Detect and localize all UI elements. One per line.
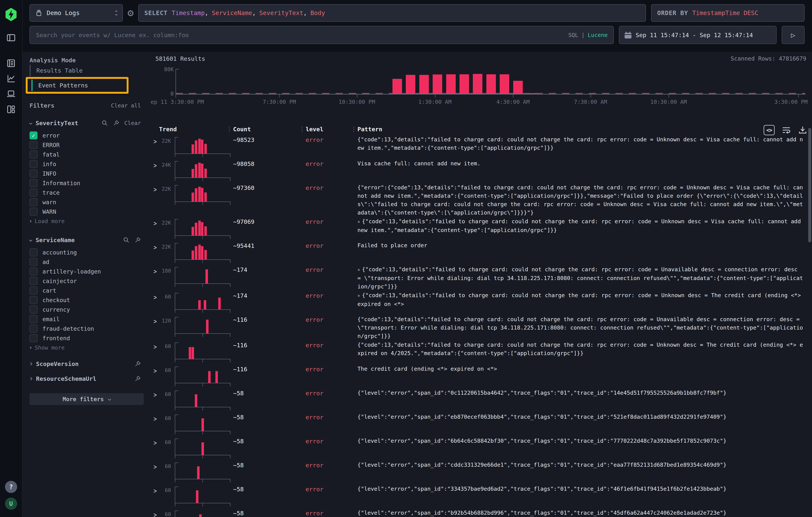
histogram-bar[interactable] (433, 75, 442, 94)
search-icon[interactable] (102, 120, 108, 126)
filter-option-Information[interactable]: Information (30, 178, 150, 188)
filter-option-WARN[interactable]: WARN (30, 207, 150, 217)
filter-option-fatal[interactable]: fatal (30, 150, 150, 159)
row-expander-icon[interactable]: > (153, 317, 157, 325)
pin-icon[interactable] (135, 237, 141, 243)
table-row[interactable]: >24K~98058errorVisa cache full: cannot a… (150, 159, 808, 183)
row-expander-icon[interactable]: > (153, 511, 157, 517)
row-pattern-text[interactable]: ×{"code":13,"details":"failed to charge … (357, 217, 803, 234)
table-row[interactable]: >60~174error×{"code":13,"details":"faile… (150, 291, 808, 315)
row-expander-icon[interactable]: > (153, 415, 157, 423)
mode-lucene[interactable]: Lucene (588, 32, 608, 38)
filter-option-checkout[interactable]: checkout (30, 295, 150, 305)
histogram-bar[interactable] (393, 79, 402, 94)
severity-checkbox[interactable] (30, 179, 37, 187)
row-pattern-text[interactable]: {"code":13,"details":"failed to charge c… (357, 340, 803, 357)
clear-all-button[interactable]: Clear all (111, 102, 141, 109)
histogram-bar[interactable] (486, 74, 496, 94)
row-pattern-text[interactable]: {"level":"error","span_id":"eb870ecef063… (357, 412, 803, 421)
table-row[interactable]: >60~58error{"level":"error","span_id":"0… (150, 388, 808, 412)
table-row[interactable]: >60~58error{"level":"error","span_id":"3… (150, 484, 808, 508)
service-section-header[interactable]: ServiceName (30, 237, 150, 243)
severity-checkbox[interactable] (30, 198, 37, 206)
row-pattern-text[interactable]: {"code":13,"details":"failed to charge c… (357, 135, 803, 152)
wrap-lines-icon[interactable] (782, 125, 791, 135)
resource-schema-url-section[interactable]: ResourceSchemaUrl (30, 375, 150, 382)
row-pattern-text[interactable]: {"level":"error","span_id":"cddc331329e6… (357, 460, 803, 469)
table-row[interactable]: >22K~95441errorFailed to place order (150, 241, 808, 265)
row-expander-icon[interactable]: > (153, 138, 157, 145)
service-checkbox[interactable] (30, 315, 37, 323)
filter-option-fraud-detection[interactable]: fraud-detection (30, 324, 150, 333)
service-checkbox[interactable] (30, 267, 37, 276)
search-input[interactable] (36, 31, 568, 39)
scope-version-section[interactable]: ScopeVersion (30, 361, 150, 367)
histogram-bar[interactable] (460, 74, 469, 94)
table-row[interactable]: >60~58error{"level":"error","span_id":"b… (150, 508, 808, 517)
mode-sql[interactable]: SQL (568, 32, 578, 38)
row-pattern-text[interactable]: {"level":"error","span_id":"6b64c6c58842… (357, 436, 803, 445)
row-expander-icon[interactable]: > (153, 185, 157, 193)
results-histogram[interactable]: 80K 0 Sep 11 3:30:00 PM7:30:00 PM10:30:0… (155, 64, 807, 109)
filter-option-warn[interactable]: warn (30, 197, 150, 207)
run-query-button[interactable]: ▷ (782, 26, 805, 44)
filter-option-accounting[interactable]: accounting (30, 248, 150, 257)
pin-icon[interactable] (113, 120, 119, 126)
pin-icon[interactable] (135, 375, 141, 382)
column-resize-handle[interactable]: ⋮ (299, 125, 305, 133)
chart-explorer-icon[interactable] (6, 74, 16, 83)
column-resize-handle[interactable]: ⋮ (351, 125, 357, 133)
sidebar-toggle-icon[interactable] (6, 33, 16, 43)
search-icon[interactable] (123, 237, 129, 243)
histogram-bar[interactable] (500, 74, 509, 94)
table-row[interactable]: >120~116error{"code":13,"details":"faile… (150, 315, 808, 340)
filter-option-currency[interactable]: currency (30, 305, 150, 314)
source-settings-icon[interactable]: ⚙ (127, 8, 134, 18)
query-language-toggle[interactable]: SQL | Lucene (568, 32, 608, 38)
row-expander-icon[interactable]: > (153, 343, 157, 351)
row-expander-icon[interactable]: > (153, 439, 157, 447)
severity-section-header[interactable]: SeverityText Clear (30, 120, 150, 126)
histogram-bar[interactable] (513, 81, 523, 94)
severity-checkbox[interactable] (30, 160, 37, 168)
service-checkbox[interactable] (30, 249, 37, 256)
help-button[interactable]: ? (5, 481, 17, 493)
row-pattern-text[interactable]: The credit card (ending <*> expired on <… (357, 364, 803, 373)
row-expander-icon[interactable]: > (153, 220, 157, 227)
row-pattern-text[interactable]: Visa cache full: cannot add new item. (357, 159, 803, 168)
filter-option-frontend[interactable]: frontend (30, 333, 150, 343)
row-expander-icon[interactable]: > (153, 243, 157, 251)
row-pattern-text[interactable]: {"level":"error","span_id":"b92b54b6882b… (357, 508, 803, 517)
row-pattern-text[interactable]: {"error":{"code":13,"details":"failed to… (357, 183, 803, 217)
filter-option-INFO[interactable]: INFO (30, 169, 150, 178)
time-range-picker[interactable]: Sep 11 15:47:14 - Sep 12 15:47:14 (619, 26, 777, 44)
service-show-more[interactable]: Show more (30, 343, 150, 352)
filter-option-info[interactable]: info (30, 159, 150, 169)
severity-checkbox[interactable] (30, 150, 37, 159)
mode-event-patterns[interactable]: Event Patterns (31, 80, 127, 91)
download-icon[interactable] (798, 125, 807, 135)
service-checkbox[interactable] (30, 296, 37, 304)
filter-option-trace[interactable]: trace (30, 188, 150, 197)
table-row[interactable]: >60~58error{"level":"error","span_id":"e… (150, 412, 808, 436)
col-count[interactable]: Count (233, 126, 251, 133)
filter-option-cart[interactable]: cart (30, 286, 150, 295)
row-pattern-text[interactable]: {"code":13,"details":"failed to charge c… (357, 315, 803, 340)
severity-checkbox[interactable] (30, 208, 37, 216)
filter-option-error[interactable]: ✓error (30, 131, 150, 140)
service-checkbox[interactable] (30, 325, 37, 333)
col-level[interactable]: level (306, 126, 323, 133)
filter-option-cainjector[interactable]: cainjector (30, 276, 150, 286)
filter-option-artillery-loadgen[interactable]: artillery-loadgen (30, 267, 150, 276)
row-expander-icon[interactable]: > (153, 487, 157, 495)
row-expander-icon[interactable]: > (153, 267, 157, 275)
search-logs-icon[interactable] (6, 58, 16, 68)
row-expander-icon[interactable]: > (153, 463, 157, 471)
order-by-input[interactable]: ORDER BY TimestampTime DESC (651, 4, 805, 22)
severity-checkbox[interactable] (30, 141, 37, 149)
mode-results-table[interactable]: Results Table (30, 65, 150, 76)
service-checkbox[interactable] (30, 306, 37, 314)
client-sessions-icon[interactable] (6, 89, 16, 99)
table-row[interactable]: >180~174error×{"code":13,"details":"fail… (150, 265, 808, 291)
filter-option-email[interactable]: email (30, 314, 150, 324)
